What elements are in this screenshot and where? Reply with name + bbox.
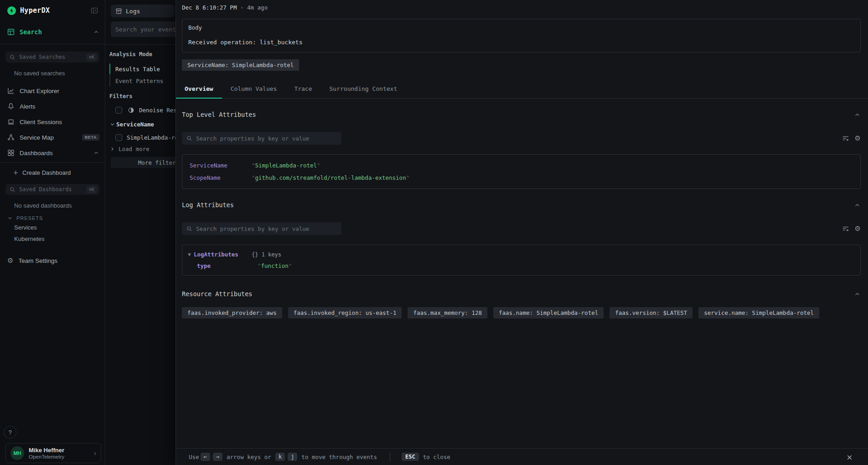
bell-icon	[7, 103, 15, 110]
saved-searches-input[interactable]: Saved Searches ⌘K	[5, 52, 99, 63]
divider	[390, 452, 390, 461]
event-body-box: Body Received operation: list_buckets	[182, 19, 861, 52]
laptop-icon	[7, 118, 15, 125]
event-time-ago: 4m ago	[247, 4, 268, 11]
tree-child-row[interactable]: type function	[182, 260, 860, 272]
sidebar-item-client-sessions[interactable]: Client Sessions	[0, 114, 105, 130]
tab-overview[interactable]: Overview	[176, 85, 222, 98]
shortcut-badge: ⌘K	[87, 186, 97, 193]
expand-lines-icon[interactable]	[842, 225, 849, 232]
resource-chip[interactable]: faas.name: SimpleLambda-rotel	[493, 307, 604, 319]
footer-move-text: to move through events	[301, 454, 377, 460]
log-attributes-tree: ▼ LogAttributes {} 1 keys type function	[182, 245, 861, 276]
app-title: HyperDX	[20, 6, 50, 15]
attribute-key: ScopeName	[190, 174, 252, 181]
sidebar-collapse-icon[interactable]	[89, 5, 99, 16]
tab-trace[interactable]: Trace	[285, 85, 320, 98]
collapse-section-icon[interactable]	[854, 291, 861, 298]
saved-searches-placeholder: Saved Searches	[19, 54, 87, 60]
attribute-row[interactable]: ScopeName github.com/streamfold/rotel-la…	[182, 172, 860, 184]
user-org: OpenTelemetry	[29, 454, 94, 460]
tree-root-row[interactable]: ▼ LogAttributes {} 1 keys	[182, 249, 860, 260]
sidebar-item-alerts[interactable]: Alerts	[0, 99, 105, 114]
tab-column-values[interactable]: Column Values	[222, 85, 286, 98]
chevron-right-icon: ›	[94, 449, 96, 457]
key-k: k	[275, 453, 285, 461]
service-map-icon	[7, 134, 15, 141]
tree-key: type	[197, 262, 258, 269]
preset-item-services[interactable]: Services	[0, 222, 105, 233]
hyperdx-logo-icon	[7, 6, 16, 15]
help-button[interactable]: ?	[4, 426, 16, 439]
source-select[interactable]: Logs	[111, 5, 175, 17]
sidebar-item-dashboards[interactable]: Dashboards	[0, 145, 105, 161]
service-value-checkbox[interactable]	[115, 134, 122, 141]
drawer-tabs: Overview Column Values Trace Surrounding…	[176, 85, 868, 99]
chevron-right-icon	[109, 146, 115, 152]
resource-chip[interactable]: faas.invoked_region: us-east-1	[288, 307, 402, 319]
resource-attribute-chips: faas.invoked_provider: aws faas.invoked_…	[182, 307, 861, 319]
tree-value: function	[258, 262, 292, 269]
search-icon	[186, 226, 192, 232]
drawer-footer: Use ← → arrow keys or k j to move throug…	[176, 448, 868, 465]
presets-label: PRESETS	[16, 215, 43, 221]
chevron-down-icon	[109, 121, 115, 127]
logo-row: HyperDX	[7, 5, 99, 16]
top-level-search-input[interactable]: Search properties by key or value	[182, 132, 341, 145]
sidebar-item-label: Dashboards	[20, 150, 53, 157]
section-title: Top Level Attributes	[182, 111, 256, 118]
key-esc: ESC	[402, 453, 419, 461]
service-name-group-label: ServiceName	[116, 121, 154, 128]
chevron-up-icon	[93, 150, 99, 156]
caret-down-icon[interactable]: ▼	[188, 252, 194, 257]
attribute-value: SimpleLambda-rotel	[252, 162, 320, 169]
sidebar: HyperDX Search Saved Searches ⌘K No save…	[0, 0, 105, 465]
resource-chip[interactable]: faas.invoked_provider: aws	[182, 307, 282, 319]
saved-dashboards-input[interactable]: Saved Dashboards ⌘K	[5, 184, 99, 195]
denoise-icon	[128, 107, 134, 114]
user-card[interactable]: MH Mike Heffner OpenTelemetry ›	[5, 443, 101, 463]
collapse-section-icon[interactable]	[854, 111, 861, 118]
tree-meta: {} 1 keys	[252, 251, 281, 258]
attribute-row[interactable]: ServiceName SimpleLambda-rotel	[182, 159, 860, 172]
sidebar-nav: Chart Explorer Alerts Client Sessions Se…	[0, 83, 105, 161]
gear-icon: ⚙	[7, 257, 13, 264]
no-saved-dashboards-text: No saved dashboards	[14, 202, 105, 209]
search-placeholder: Search properties by key or value	[196, 135, 309, 142]
search-icon	[10, 54, 16, 60]
resource-chip[interactable]: faas.max_memory: 128	[408, 307, 487, 319]
body-text: Received operation: list_buckets	[188, 39, 854, 46]
beta-badge: BETA	[82, 134, 99, 141]
sidebar-item-chart-explorer[interactable]: Chart Explorer	[0, 83, 105, 99]
resource-chip[interactable]: faas.version: $LATEST	[610, 307, 692, 319]
gear-icon[interactable]: ⚙	[855, 225, 861, 232]
event-timestamp-row: Dec 8 6:10:27 PM · 4m ago	[182, 0, 861, 11]
sidebar-item-search[interactable]: Search	[7, 27, 99, 37]
log-attributes-search-input[interactable]: Search properties by key or value	[182, 222, 341, 235]
footer-use-text: Use	[189, 454, 199, 460]
resource-chip[interactable]: service.name: SimpleLambda-rotel	[698, 307, 819, 319]
gear-icon[interactable]: ⚙	[855, 135, 861, 142]
collapse-section-icon[interactable]	[854, 202, 861, 209]
denoise-checkbox[interactable]	[115, 107, 122, 114]
sidebar-item-team-settings[interactable]: ⚙ Team Settings	[0, 253, 105, 268]
chart-explorer-icon	[7, 87, 15, 94]
key-arrow-left: ←	[201, 453, 210, 461]
presets-toggle[interactable]: PRESETS	[7, 214, 105, 222]
sidebar-item-label: Search	[20, 28, 42, 36]
no-saved-searches-text: No saved searches	[14, 70, 105, 77]
chevron-down-icon	[7, 215, 13, 221]
preset-item-kubernetes[interactable]: Kubernetes	[0, 233, 105, 245]
expand-lines-icon[interactable]	[842, 135, 849, 142]
close-drawer-icon[interactable]	[844, 452, 854, 462]
user-name: Mike Heffner	[29, 447, 94, 454]
search-placeholder: Search properties by key or value	[196, 225, 309, 232]
section-title: Resource Attributes	[182, 290, 252, 298]
search-section-icon	[7, 28, 15, 36]
search-icon	[10, 187, 16, 193]
create-dashboard-button[interactable]: Create Dashboard	[0, 165, 105, 180]
sidebar-item-service-map[interactable]: Service Map BETA	[0, 130, 105, 145]
tab-surrounding-context[interactable]: Surrounding Context	[321, 85, 406, 98]
footer-close-text: to close	[423, 454, 450, 460]
service-name-chip[interactable]: ServiceName: SimpleLambda-rotel	[182, 59, 299, 71]
